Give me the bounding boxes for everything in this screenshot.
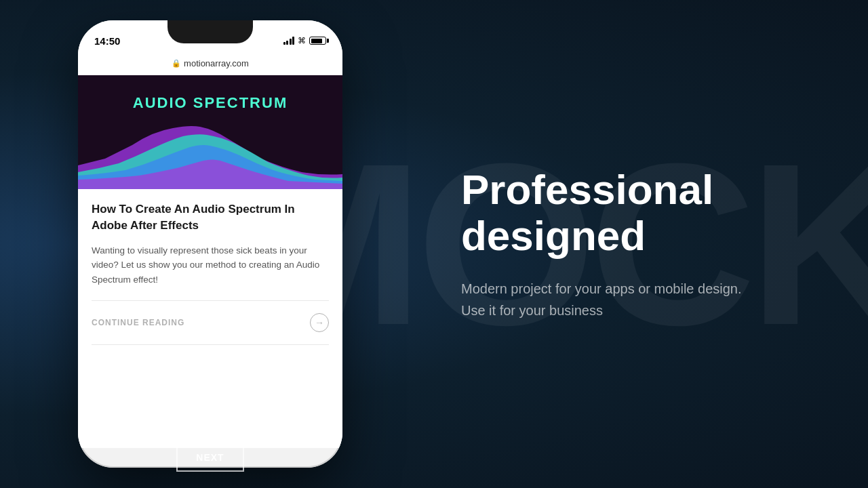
right-panel: Professional designed Modern project for… (420, 0, 868, 488)
phone-content: AUDIO SPECTRUM How To Create An Audio Sp… (78, 75, 342, 448)
signal-bar-4 (292, 37, 294, 45)
continue-reading-row[interactable]: CONTINUE READING → (92, 310, 329, 335)
audio-spectrum-title: AUDIO SPECTRUM (133, 94, 288, 112)
divider-bottom (92, 344, 329, 345)
article-body: How To Create An Audio Spectrum In Adobe… (78, 189, 342, 357)
circle-arrow-icon: → (310, 313, 329, 332)
next-button[interactable]: NEXT (176, 443, 244, 472)
status-time: 14:50 (94, 35, 120, 47)
signal-bar-3 (290, 39, 292, 45)
bottom-bar: NEXT (0, 427, 420, 488)
status-icons: ⌘ (283, 36, 327, 45)
signal-bar-1 (283, 42, 285, 45)
battery-icon (309, 37, 326, 45)
article-title: How To Create An Audio Spectrum In Adobe… (92, 201, 329, 234)
sub-headline: Modern project for your apps or mobile d… (461, 278, 746, 321)
continue-reading-label: CONTINUE READING (92, 318, 184, 327)
signal-bars-icon (283, 37, 295, 45)
wifi-icon: ⌘ (298, 36, 306, 45)
phone-notch (167, 20, 253, 43)
battery-fill (311, 39, 322, 43)
phone-mockup: 14:50 ⌘ 🔒 motionarray.com (78, 20, 342, 468)
spectrum-waveform (78, 115, 342, 189)
article-image: AUDIO SPECTRUM (78, 75, 342, 189)
url-text: motionarray.com (184, 58, 249, 68)
url-bar[interactable]: 🔒 motionarray.com (78, 54, 342, 75)
article-excerpt: Wanting to visually represent those sick… (92, 243, 329, 287)
lock-icon: 🔒 (172, 59, 181, 68)
signal-bar-2 (286, 41, 288, 45)
left-panel: 14:50 ⌘ 🔒 motionarray.com (0, 0, 420, 488)
divider-top (92, 300, 329, 301)
main-headline: Professional designed (461, 167, 814, 259)
